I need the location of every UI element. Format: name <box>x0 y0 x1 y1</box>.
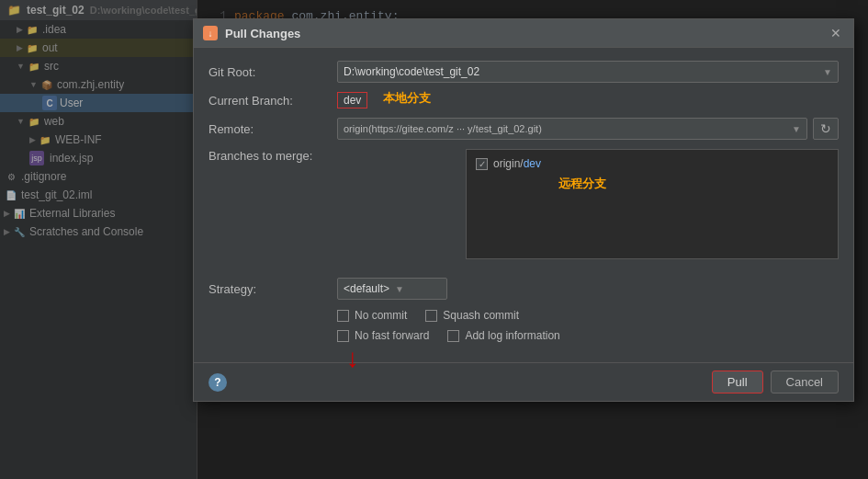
branches-to-merge-row: Branches to merge: ✓ origin/dev 远程分支 <box>209 149 839 268</box>
add-log-checkbox[interactable] <box>447 330 459 342</box>
dialog-titlebar: ↓ Pull Changes ✕ <box>194 19 853 48</box>
branch-item-origin-dev[interactable]: ✓ origin/dev <box>472 155 832 172</box>
no-commit-checkbox[interactable] <box>337 310 349 322</box>
option-squash-commit[interactable]: Squash commit <box>425 309 519 322</box>
help-button[interactable]: ? <box>209 373 227 392</box>
remote-control: origin(https://gitee.com/z ··· y/test_gi… <box>337 118 839 140</box>
options-row-1: No commit Squash commit <box>337 309 839 322</box>
remote-label: Remote: <box>209 122 337 136</box>
strategy-row: Strategy: <default> ▼ <box>209 278 839 300</box>
remote-arrow: ▼ <box>792 124 801 134</box>
options-row-2: No fast forward Add log information <box>337 329 839 342</box>
remote-branch-annotation: 远程分支 <box>558 176 606 192</box>
current-branch-label: Current Branch: <box>209 94 337 108</box>
current-branch-value: dev <box>337 92 367 108</box>
git-root-row: Git Root: D:\working\code\test_git_02 ▼ <box>209 61 839 83</box>
pull-changes-dialog: ↓ Pull Changes ✕ Git Root: D:\working\co… <box>193 18 854 402</box>
option-add-log[interactable]: Add log information <box>447 329 559 342</box>
branch-list: ✓ origin/dev 远程分支 <box>466 149 839 259</box>
dialog-footer: ? ↓ Pull Cancel <box>194 362 853 401</box>
dialog-title: Pull Changes <box>225 27 820 40</box>
git-root-select[interactable]: D:\working\code\test_git_02 ▼ <box>337 61 839 83</box>
strategy-select[interactable]: <default> ▼ <box>337 278 447 300</box>
squash-commit-checkbox[interactable] <box>425 310 437 322</box>
local-branch-annotation: 本地分支 <box>383 90 431 107</box>
red-down-arrow: ↓ <box>346 346 359 371</box>
git-root-label: Git Root: <box>209 65 337 79</box>
refresh-button[interactable]: ↻ <box>813 118 839 140</box>
dialog-close-button[interactable]: ✕ <box>828 25 844 41</box>
strategy-label: Strategy: <box>209 282 337 296</box>
remote-select[interactable]: origin(https://gitee.com/z ··· y/test_gi… <box>337 118 807 140</box>
option-no-fast-forward[interactable]: No fast forward <box>337 329 429 342</box>
footer-buttons: Pull Cancel <box>712 371 839 393</box>
no-fast-forward-checkbox[interactable] <box>337 330 349 342</box>
dialog-body: Git Root: D:\working\code\test_git_02 ▼ … <box>194 48 853 362</box>
dialog-title-icon: ↓ <box>203 26 218 40</box>
remote-row: Remote: origin(https://gitee.com/z ··· y… <box>209 118 839 140</box>
branches-to-merge-label: Branches to merge: <box>209 149 337 163</box>
strategy-arrow: ▼ <box>395 284 404 294</box>
option-no-commit[interactable]: No commit <box>337 309 407 322</box>
current-branch-control: dev 本地分支 <box>337 92 839 108</box>
cancel-button[interactable]: Cancel <box>771 371 839 393</box>
pull-button[interactable]: Pull <box>712 371 763 393</box>
git-root-control: D:\working\code\test_git_02 ▼ <box>337 61 839 83</box>
branch-checkbox-origin-dev[interactable]: ✓ <box>476 158 488 170</box>
git-root-arrow: ▼ <box>823 67 832 77</box>
current-branch-row: Current Branch: dev 本地分支 <box>209 92 839 108</box>
